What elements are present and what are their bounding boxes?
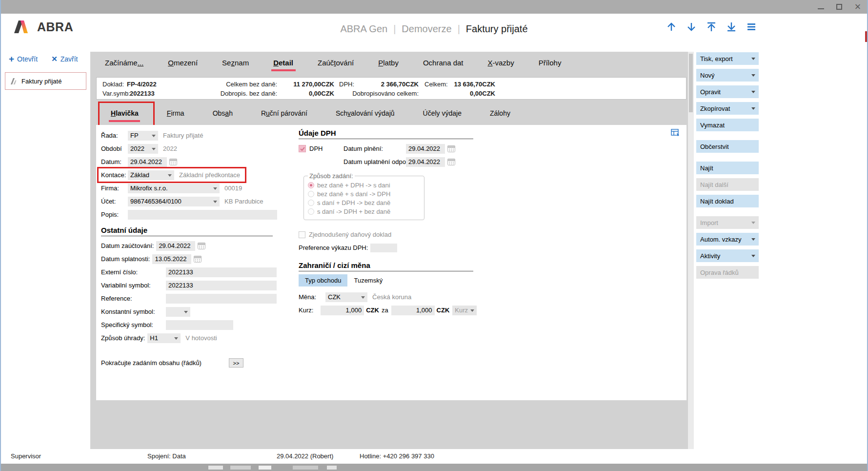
app-name: ABRA Gen: [340, 23, 387, 35]
aktivity-button[interactable]: Aktivity: [696, 249, 759, 262]
subtab-firma[interactable]: Firma: [167, 109, 184, 117]
subtab-zalohy[interactable]: Zálohy: [490, 109, 510, 117]
kurz-input-2[interactable]: 1,000: [391, 306, 435, 315]
datum-splatnosti-input[interactable]: 13.05.2022: [152, 254, 191, 264]
module-title: Faktury přijaté: [466, 23, 528, 35]
zpusob-uhrady-select[interactable]: H1: [147, 333, 181, 343]
kurz-input-1[interactable]: 1,000: [321, 306, 364, 315]
tab-ochrana-dat[interactable]: Ochrana dat: [423, 59, 464, 67]
ucet-select[interactable]: 9867465364/0100: [128, 197, 220, 206]
reference-input[interactable]: [166, 294, 277, 304]
novy-button[interactable]: Nový: [696, 69, 759, 82]
arrow-to-top-icon[interactable]: [705, 20, 718, 33]
tab-prilohy[interactable]: Přílohy: [539, 59, 562, 67]
zahranici-section: Zahraničí / cizí měna: [299, 261, 477, 271]
specificky-symbol-input[interactable]: [166, 320, 233, 330]
tab-platby[interactable]: Platby: [378, 59, 399, 67]
variabilni-symbol-input[interactable]: 2022133: [166, 281, 277, 290]
rada-select[interactable]: FP: [128, 131, 158, 141]
app-header: ABRA ABRA Gen | Demoverze | Faktury přij…: [1, 14, 867, 44]
opened-modules-panel: + Otevřít ✕ Zavřít Faktury přijaté: [1, 44, 90, 449]
subtab-schvalovani-vydaju[interactable]: Schvalování výdajů: [336, 109, 395, 117]
radio-icon: [308, 200, 314, 206]
open-module-button[interactable]: + Otevřít: [9, 55, 38, 63]
datum-input[interactable]: 29.04.2022: [128, 157, 167, 167]
externi-cislo-input[interactable]: 2022133: [166, 267, 277, 277]
subtab-obsah[interactable]: Obsah: [213, 109, 233, 117]
tab-seznam[interactable]: Seznam: [222, 59, 249, 67]
tab-typ-obchodu[interactable]: Typ obchodu: [299, 274, 347, 287]
minimize-button[interactable]: [815, 1, 826, 12]
tisk-export-button[interactable]: Tisk, export: [696, 52, 759, 65]
preference-label: Preference výkazu DPH:: [299, 244, 368, 251]
datum-label: Datum:: [101, 158, 128, 165]
firma-select[interactable]: Mikrofix s.r.o.: [128, 184, 220, 193]
calendar-icon[interactable]: [447, 158, 455, 165]
reference-label: Reference:: [101, 295, 166, 302]
continue-button[interactable]: >>: [229, 358, 243, 368]
radio-option-4[interactable]: s daní -> DPH + bez daně: [308, 207, 419, 216]
close-module-button[interactable]: ✕ Zavřít: [51, 55, 78, 63]
calendar-icon[interactable]: [169, 158, 177, 165]
scrollbar-thumb[interactable]: [689, 54, 693, 112]
dph-checkbox[interactable]: DPH: [299, 145, 343, 152]
arrow-to-bottom-icon[interactable]: [725, 20, 738, 33]
tab-zauctovani[interactable]: Zaúčtování: [318, 59, 354, 67]
form-layout-icon[interactable]: [671, 129, 680, 137]
dobropis-value: 0,00CZK: [280, 90, 334, 97]
tab-tuzemsky[interactable]: Tuzemský: [347, 274, 389, 287]
calendar-icon[interactable]: [447, 145, 455, 152]
close-button[interactable]: ×: [852, 1, 863, 12]
najit-doklad-button[interactable]: Najít doklad: [696, 195, 759, 207]
datum-odpoctu-input[interactable]: 29.04.2022: [406, 157, 445, 167]
subtab-rucni-parovani[interactable]: Ruční párování: [261, 109, 307, 117]
celkem-bez-dane-label: Celkem bez daně:: [214, 81, 277, 88]
vertical-scrollbar[interactable]: [688, 52, 694, 449]
radio-option-1[interactable]: bez daně + DPH -> s dani: [308, 181, 419, 189]
obcerstvit-button[interactable]: Občerstvit: [696, 140, 759, 153]
konstantni-symbol-select[interactable]: [166, 307, 190, 317]
open-module-label: Otevřít: [17, 55, 38, 63]
calendar-icon[interactable]: [198, 242, 205, 249]
calendar-icon[interactable]: [194, 255, 202, 263]
tab-detail[interactable]: Detail: [273, 59, 293, 67]
taskbar-fragment: [230, 466, 251, 470]
obdobi-select[interactable]: 2022: [128, 144, 158, 154]
status-bar: Supervisor Spojení: Data 29.04.2022 (Rob…: [1, 449, 867, 464]
preference-input[interactable]: [370, 244, 397, 252]
document-summary: Doklad: FP-4/2022 Celkem bez daně: 11 27…: [96, 77, 686, 100]
radio-option-2[interactable]: bez daně + s daní -> DPH: [308, 189, 419, 198]
zjednoduseny-checkbox[interactable]: Zjednodušený daňový doklad: [299, 231, 391, 238]
kurz-currency-1: CZK: [366, 307, 379, 314]
tab-x-vazby[interactable]: X-vazby: [488, 59, 514, 67]
maximize-button[interactable]: [834, 1, 845, 12]
autom-vzkazy-button[interactable]: Autom. vzkazy: [696, 233, 759, 246]
kontace-select[interactable]: Základ: [128, 170, 174, 180]
module-list-item[interactable]: Faktury přijaté: [5, 72, 86, 90]
menu-icon[interactable]: [745, 20, 758, 33]
ostatni-udaje-section: Ostatní údaje: [101, 226, 278, 236]
arrow-up-icon[interactable]: [665, 20, 678, 33]
subtab-hlavicka[interactable]: Hlavička: [111, 109, 139, 117]
zpusob-zadani-fieldset: Způsob zadání: bez daně + DPH -> s dani …: [303, 172, 424, 220]
datum-splatnosti-label: Datum splatnosti:: [101, 255, 150, 263]
datum-zauctovani-input[interactable]: 29.04.2022: [156, 241, 195, 251]
radio-option-3[interactable]: s daní + DPH -> bez daně: [308, 198, 419, 207]
tab-omezeni[interactable]: Omezení: [168, 59, 198, 67]
status-connection: Spojení: Data: [147, 452, 186, 460]
subtab-ucely-vydaje[interactable]: Účely výdaje: [423, 109, 462, 117]
kurz-type-select[interactable]: Kurz: [452, 306, 477, 315]
obdobi-helper: 2022: [163, 145, 177, 152]
mena-select[interactable]: CZK: [325, 292, 367, 302]
popis-input[interactable]: [128, 210, 277, 220]
detail-tab-bar: Hlavička Firma Obsah Ruční párování Schv…: [90, 101, 688, 126]
opravit-button[interactable]: Opravit: [696, 85, 759, 98]
zkopirovat-button[interactable]: Zkopírovat: [696, 102, 759, 115]
oprava-radku-button: Oprava řádků: [696, 266, 759, 279]
close-icon: ×: [855, 2, 861, 12]
tab-zaciname[interactable]: Začínáme...: [105, 59, 143, 67]
najit-button[interactable]: Najít: [696, 162, 759, 174]
datum-plneni-input[interactable]: 29.04.2022: [406, 144, 445, 154]
vymazat-button[interactable]: Vymazat: [696, 119, 759, 131]
arrow-down-icon[interactable]: [685, 20, 698, 33]
